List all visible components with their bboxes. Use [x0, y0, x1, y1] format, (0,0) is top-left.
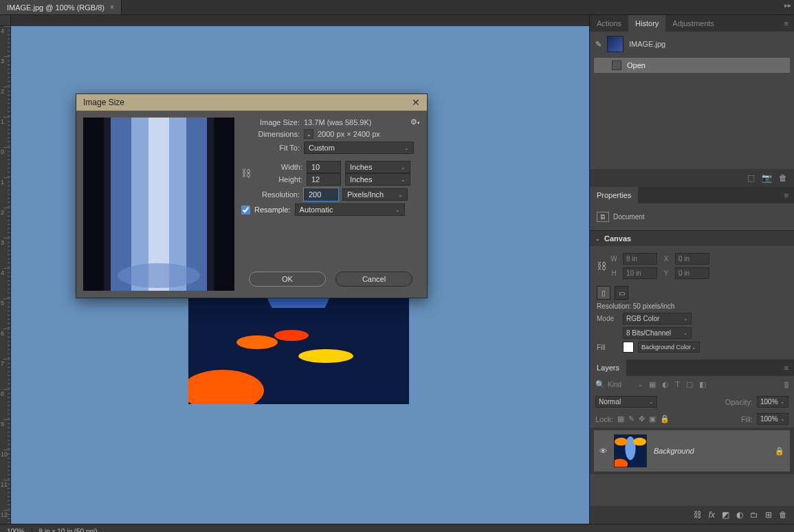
layer-kind-input[interactable]	[608, 381, 635, 388]
lock-all-icon[interactable]: 🔒	[660, 414, 670, 423]
width-unit-select[interactable]: Inches⌄	[345, 161, 410, 173]
properties-menu-icon[interactable]: ≡	[779, 187, 794, 203]
history-snapshot[interactable]: ✎ IMAGE.jpg	[590, 32, 794, 56]
info-chevron-icon[interactable]: 〉	[102, 528, 107, 532]
canvas-h-input[interactable]	[623, 267, 657, 279]
filter-pixel-icon[interactable]: ▦	[649, 380, 656, 388]
new-layer-icon[interactable]: ⊞	[765, 510, 772, 520]
layer-filter-icons: ▦ ◐ T ▢ ◧	[647, 380, 708, 389]
canvas-y-input[interactable]	[675, 267, 709, 279]
layers-footer-icons: ⛓ fx ◩ ◐ 🗀 ⊞ 🗑	[590, 506, 794, 524]
snapshot-icon[interactable]: 📷	[762, 173, 772, 183]
canvas-section-label: Canvas	[604, 234, 631, 243]
fill-select[interactable]: Background Color⌄	[638, 342, 700, 353]
height-unit-select[interactable]: Inches⌄	[345, 173, 410, 186]
fit-to-select[interactable]: Custom⌄	[304, 142, 414, 154]
height-input[interactable]	[307, 173, 341, 186]
history-filename: IMAGE.jpg	[629, 40, 665, 48]
image-size-dialog: Image Size ✕ Image Size: 13.7M (was 585.…	[76, 93, 428, 298]
constrain-link-icon[interactable]: ⛓	[241, 168, 250, 179]
history-brush-icon: ✎	[595, 40, 602, 49]
dimensions-toggle[interactable]: ⌄	[304, 129, 313, 139]
dialog-preview[interactable]	[83, 118, 234, 291]
filter-type-icon[interactable]: T	[675, 380, 680, 388]
layer-background[interactable]: 👁 Background 🔒	[594, 430, 790, 472]
canvas-section-header[interactable]: ⌄ Canvas	[590, 230, 794, 246]
svg-point-5	[236, 335, 278, 349]
delete-layer-icon[interactable]: 🗑	[779, 510, 787, 520]
close-tab-icon[interactable]: ×	[110, 3, 114, 11]
orientation-landscape-button[interactable]: ▭	[615, 286, 628, 300]
svg-point-13	[615, 438, 628, 446]
trash-icon[interactable]: 🗑	[779, 173, 787, 183]
history-step-open[interactable]: Open	[594, 58, 790, 73]
depth-select[interactable]: 8 Bits/Channel⌄	[623, 327, 692, 339]
lock-position-icon[interactable]: ✥	[639, 414, 645, 423]
dialog-titlebar[interactable]: Image Size ✕	[76, 94, 427, 111]
orientation-portrait-button[interactable]: ▯	[597, 286, 610, 300]
resolution-input[interactable]	[304, 188, 338, 201]
filter-toggle[interactable]	[784, 381, 789, 388]
fit-to-label: Fit To:	[241, 144, 300, 152]
resolution-unit-select[interactable]: Pixels/Inch⌄	[342, 188, 408, 201]
layer-lock-icon[interactable]: 🔒	[775, 447, 784, 456]
filter-shape-icon[interactable]: ▢	[686, 380, 693, 388]
ok-button[interactable]: OK	[249, 271, 326, 287]
tab-actions[interactable]: Actions	[590, 15, 628, 32]
tab-properties[interactable]: Properties	[590, 187, 638, 203]
svg-rect-17	[83, 118, 104, 291]
history-thumb	[607, 36, 624, 52]
status-info[interactable]: 8 in x 10 in (50 ppi) 〉	[32, 528, 114, 532]
canvas-w-input[interactable]	[623, 253, 657, 265]
canvas-y-label: Y	[661, 269, 671, 277]
mode-label: Mode	[597, 315, 619, 322]
layer-fill-input[interactable]: 100%⌄	[757, 413, 789, 425]
filter-smart-icon[interactable]: ◧	[699, 380, 706, 388]
dialog-close-icon[interactable]: ✕	[412, 97, 420, 108]
history-footer-icons: ⬚ 📷 🗑	[590, 169, 794, 187]
canvas-h-label: H	[609, 269, 619, 277]
panel-menu-icon[interactable]: ≡	[779, 15, 794, 32]
lock-artboard-icon[interactable]: ▣	[649, 414, 656, 423]
lock-label: Lock:	[595, 415, 613, 423]
group-icon[interactable]: 🗀	[750, 510, 758, 520]
layer-thumb	[614, 434, 647, 467]
opacity-input[interactable]: 100%⌄	[757, 396, 789, 408]
ruler-vertical[interactable]: 43210123456789101112	[0, 26, 11, 524]
dimensions-value: 2000 px × 2400 px	[318, 130, 380, 138]
adjustment-layer-icon[interactable]: ◐	[736, 510, 743, 520]
document-icon: 🗎	[597, 212, 609, 222]
blend-mode-select[interactable]: Normal⌄	[595, 396, 657, 408]
create-document-icon[interactable]: ⬚	[747, 173, 755, 183]
status-zoom[interactable]: 100%	[0, 528, 32, 532]
tab-history[interactable]: History	[628, 15, 665, 32]
height-label: Height:	[252, 175, 302, 184]
mode-select[interactable]: RGB Color⌄	[623, 313, 692, 324]
lock-paint-icon[interactable]: ✎	[628, 414, 635, 423]
cancel-button[interactable]: Cancel	[335, 271, 412, 287]
canvas-x-input[interactable]	[675, 253, 709, 265]
layer-filter-kind[interactable]: 🔍 ⌄	[595, 380, 643, 389]
link-layers-icon[interactable]: ⛓	[694, 510, 702, 520]
canvas-link-icon[interactable]: ⛓	[597, 261, 605, 271]
visibility-icon[interactable]: 👁	[599, 447, 607, 455]
width-label: Width:	[252, 163, 302, 171]
width-input[interactable]	[307, 161, 341, 173]
panel-flyout-top[interactable]: ▸▸	[784, 1, 791, 9]
open-step-icon	[612, 60, 621, 70]
fill-swatch[interactable]	[623, 342, 634, 353]
resample-select[interactable]: Automatic⌄	[295, 203, 405, 216]
tab-adjustments[interactable]: Adjustments	[665, 15, 721, 32]
resample-checkbox[interactable]	[241, 206, 250, 214]
resolution-label: Resolution:	[241, 190, 300, 199]
svg-point-6	[298, 349, 353, 363]
fx-icon[interactable]: fx	[709, 510, 715, 520]
tab-layers[interactable]: Layers	[590, 359, 626, 376]
document-tab[interactable]: IMAGE.jpg @ 100% (RGB/8) ×	[0, 0, 122, 14]
dimensions-label: Dimensions:	[241, 130, 300, 138]
gear-icon[interactable]: ⚙▾	[410, 118, 420, 126]
layers-menu-icon[interactable]: ≡	[779, 359, 794, 376]
mask-icon[interactable]: ◩	[722, 510, 729, 520]
lock-trans-icon[interactable]: ▦	[617, 414, 624, 423]
filter-adjust-icon[interactable]: ◐	[662, 380, 669, 388]
